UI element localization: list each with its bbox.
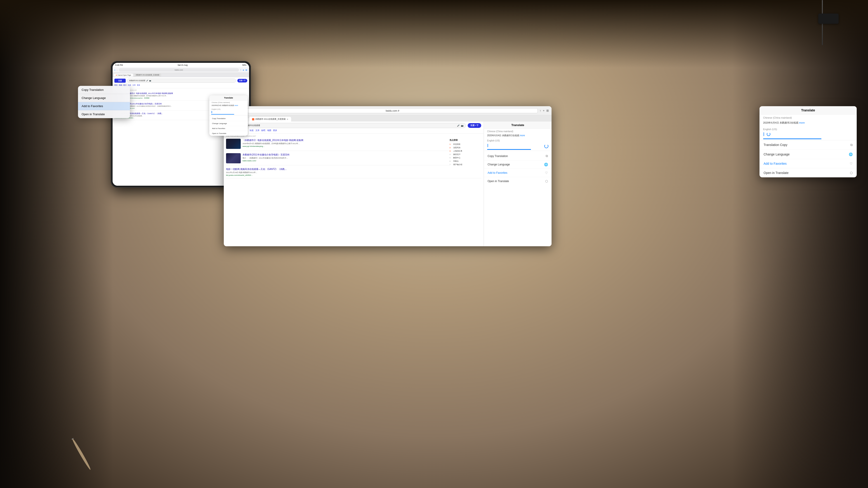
rtp-translate-icon: ⬡ [850, 171, 852, 175]
rtp-result-area [760, 131, 857, 138]
ipad-result-count: 百度为您找到相关结果约35,0012,007 [114, 89, 247, 91]
lw-search-button[interactable]: 百度一下 [468, 123, 481, 128]
lw-grid-icon[interactable]: ⊞ [546, 109, 549, 112]
lw-share-icon[interactable]: ↑ [539, 109, 541, 112]
ipad-search-tab[interactable]: 杀戮都市 2011在线观看_百度搜索 [134, 73, 161, 76]
rtp-spinner [767, 132, 770, 136]
lw-thumb-2 [226, 153, 241, 163]
ipad-action-add-favorites[interactable]: Add to Favorites [209, 126, 248, 131]
lw-translate-source-lang: Chinese (China mainland) [484, 129, 552, 133]
lw-result-title-1[interactable]: 《杀戮都市2》电影在线观看_2011年日本电影·韩剧网·剧集网 [226, 139, 450, 142]
lw-hot-3[interactable]: 3上海演出考 [450, 149, 481, 153]
rtp-action-open-translate[interactable]: Open in Translate ⬡ [760, 168, 857, 177]
ipad-date: Sat 21 Aug [178, 64, 188, 66]
ctx-change-language[interactable]: Change Language [78, 94, 130, 102]
lw-external-icon: ⬡ [545, 180, 548, 183]
lw-url-bar[interactable]: baidu.com # [247, 108, 538, 113]
ctx-open-translate[interactable]: Open in Translate [78, 110, 130, 118]
lw-hot-list: 热点搜索 1外交回应 2法院判决 3上海演出考 4操控话户 5教育中心 6华青台… [450, 139, 481, 166]
ipad-action-copy-translation[interactable]: Copy Translation [209, 116, 248, 121]
ipad-back-icon[interactable]: ‹ [114, 68, 115, 72]
lw-result-1: 《杀戮都市2》电影在线观看_2011年日本电影·韩剧网·剧集网 2020年6月4… [226, 139, 450, 151]
lw-translate-spinner [544, 144, 548, 148]
ipad-search-button[interactable]: 百度一下 [237, 79, 247, 83]
lw-nav-more[interactable]: 更多 [273, 129, 277, 132]
ipad-nav-more[interactable]: 更多 [137, 84, 140, 86]
lw-nav-wenku[interactable]: 文库 [255, 129, 259, 132]
lw-tab-icon [252, 118, 254, 121]
ctx-add-favorites[interactable]: Add to Favorites [78, 102, 130, 110]
rtp-more-link[interactable]: more [799, 121, 805, 124]
left-vignette [0, 0, 113, 488]
lw-lang-icon: 🌐 [544, 163, 548, 166]
ipad-add-tab-icon[interactable]: + [243, 69, 244, 71]
lw-result-url-3: list.youku.com/show/id_z83502... [226, 174, 481, 176]
lw-translate-result-area [484, 142, 552, 148]
rtp-action-translation-copy[interactable]: Translation Copy ⧉ [760, 140, 857, 150]
ipad-browser-bar: ‹ › baidu.com ↑ + ⊞ [113, 67, 249, 73]
lw-search-cam-icon[interactable]: 📷 [461, 125, 463, 127]
ctx-copy-translation[interactable]: Copy Translation [78, 86, 130, 94]
ipad-time: 9:46 PM [115, 64, 123, 66]
lw-translate-panel: Translate Chinese (China mainland) 2020年… [484, 122, 552, 246]
ipad-share-icon[interactable]: ↑ [240, 69, 241, 71]
rtp-source-lang: Chinese (China mainland) [760, 115, 857, 120]
ipad-baidu-header: 百度 杀戮都市2011在线观看 🎤 📷 百度一下 网页 视频 图片 知道 文库 … [113, 77, 249, 88]
lw-tab-baidu[interactable]: 杀戮都市 2011在线观看_百度搜索 ✕ [249, 117, 291, 122]
lw-baidu-nav: 网页 资讯 视频 图片 知道 文库 贴吧 地图 更多 [226, 129, 481, 132]
lw-result-url-2: baike.baidu.com/ [226, 160, 450, 162]
lw-result-url-1: www.jujr.h/imbendianying... [226, 145, 450, 147]
lw-result-desc-1: 2020年6月4日 杀戮都市2在线观看...日本电影杀戮都市2上映于2011年.… [226, 142, 450, 145]
ipad-search-mic-icon[interactable]: 🎤 [146, 80, 148, 82]
lw-nav-zhidao[interactable]: 知道 [250, 129, 254, 132]
ipad-search-camera-icon[interactable]: 📷 [149, 80, 151, 82]
lw-hot-2[interactable]: 2法院判决 [450, 146, 481, 149]
lw-result-title-2[interactable]: 杀戮都市(2011年佐藤信介执导电影) - 百度百科 [226, 153, 450, 156]
ipad-translate-divider [209, 115, 248, 116]
lw-add-icon[interactable]: + [543, 109, 545, 112]
lw-nav-map[interactable]: 地图 [267, 129, 271, 132]
usb-hub [818, 13, 839, 24]
ipad-action-open-translate[interactable]: Open in Translate [209, 131, 248, 136]
lw-hot-6[interactable]: 6华青台 [450, 160, 481, 163]
lw-hot-list-title: 热点搜索 [450, 139, 481, 142]
lw-toolbar: ↑ + ⊞ [539, 109, 549, 112]
lw-action-open-translate[interactable]: Open in Translate ⬡ [484, 177, 552, 185]
ipad-active-tab[interactable]: ● Cannot Open Page [114, 74, 133, 76]
top-vignette [0, 0, 868, 68]
context-menu: Copy Translation Change Language Add to … [78, 86, 130, 118]
lw-chrome: ‹ › AA baidu.com # ↑ + ⊞ [224, 106, 552, 115]
rtp-action-add-favorites[interactable]: Add to Favorites ♡ [760, 159, 857, 168]
ipad-search-box[interactable]: 杀戮都市2011在线观看 🎤 📷 [127, 78, 236, 83]
lw-heart-icon: ♡ [545, 171, 548, 175]
ipad-forward-icon[interactable]: › [117, 68, 118, 72]
rtp-action-change-language[interactable]: Change Language 🌐 [760, 150, 857, 159]
lw-hot-4[interactable]: 4操控话户 [450, 153, 481, 156]
lw-tab-close[interactable]: ✕ [287, 118, 288, 121]
lw-hot-5[interactable]: 5教育中心 [450, 156, 481, 160]
ipad-url-bar[interactable]: baidu.com [119, 68, 239, 72]
lw-nav-tieba[interactable]: 贴吧 [261, 129, 266, 132]
lw-hot-7[interactable]: 7周产物介绍 [450, 163, 481, 166]
ipad-translate-source-lang: Chinese (China mainland) [209, 101, 248, 104]
ipad-nav-wenku[interactable]: 文库 [132, 84, 135, 86]
lw-hot-1[interactable]: 1外交回应 [450, 142, 481, 146]
right-translate-popup: Translate Chinese (China mainland) 2020年… [760, 106, 857, 177]
lw-search-mic-icon[interactable]: 🎤 [457, 125, 460, 127]
lw-translate-divider [484, 151, 552, 151]
ipad-action-change-language[interactable]: Change Language [209, 121, 248, 126]
lw-baidu-logo-row: 百度 杀戮都市在线观看 🎤 📷 百度一下 [226, 123, 481, 128]
ipad-translate-header: Translate [209, 95, 248, 101]
lw-action-change-language[interactable]: Change Language 🌐 [484, 160, 552, 169]
ipad-translate-bar [211, 114, 234, 115]
lw-action-copy-translation[interactable]: Copy Translation ⧉ [484, 152, 552, 160]
ipad-grid-icon[interactable]: ⊞ [246, 69, 247, 71]
lw-action-add-favorites[interactable]: Add to Favorites ♡ [484, 169, 552, 177]
lw-result-title-3[interactable]: 电影一优酷网,视频高清在线观看—又名:《GANTZ》《杀戮... [226, 168, 481, 171]
ipad-baidu-logo-row: 百度 杀戮都市2011在线观看 🎤 📷 百度一下 [114, 78, 247, 83]
lw-tab-bar: ● Cannot Open Page 杀戮都市 2011在线观看_百度搜索 ✕ [224, 115, 552, 122]
lw-search-box[interactable]: 杀戮都市在线观看 🎤 📷 [241, 123, 466, 128]
lw-results: 百度为您找到相关结果约35,0012,007 热点搜索 1外交回应 2法院判决 … [224, 133, 484, 182]
lw-translate-progress-bar [487, 149, 531, 150]
ipad-result-title-1[interactable]: 《杀戮都市2》电影在线观看_2011年日本电影·韩剧网·剧集网 [114, 92, 247, 95]
